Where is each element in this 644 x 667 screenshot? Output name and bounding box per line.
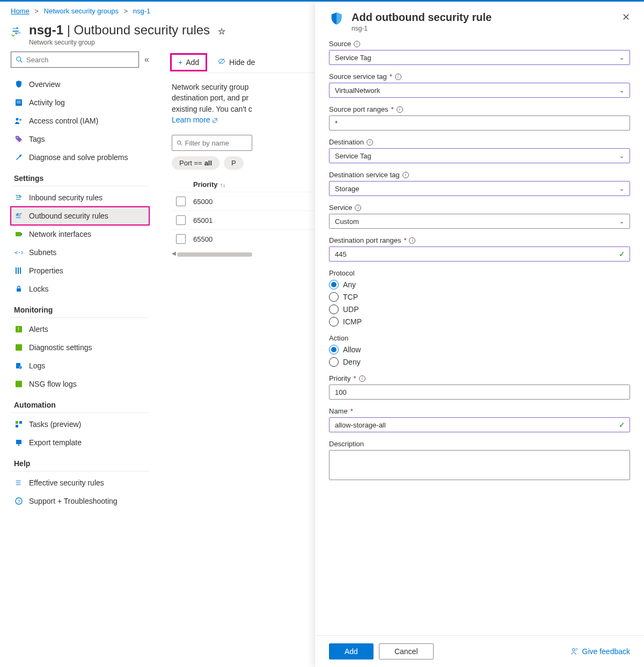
source-select[interactable]: Service Tag⌄ — [329, 50, 630, 65]
row-checkbox[interactable] — [176, 215, 186, 225]
info-icon[interactable]: i — [359, 375, 365, 382]
action-allow[interactable]: Allow — [329, 345, 630, 354]
svg-text:?: ? — [18, 499, 20, 504]
sidebar-search-input[interactable] — [26, 56, 134, 64]
nav-label: Outbound security rules — [29, 212, 108, 220]
properties-icon — [14, 266, 24, 276]
hide-button[interactable]: Hide de — [211, 54, 261, 70]
nav-diagnostic-settings[interactable]: Diagnostic settings — [11, 338, 149, 357]
horizontal-scrollbar[interactable] — [177, 252, 252, 257]
svg-point-19 — [19, 366, 22, 369]
source-service-tag-select[interactable]: VirtualNetwork⌄ — [329, 83, 630, 98]
nav-alerts[interactable]: !Alerts — [11, 320, 149, 338]
nav-subnets[interactable]: <·>Subnets — [11, 243, 149, 262]
nav-tags[interactable]: Tags — [11, 130, 149, 148]
dest-port-input[interactable]: 445✓ — [329, 247, 630, 262]
priority-input[interactable]: 100 — [329, 385, 630, 400]
nav-support[interactable]: ?Support + Troubleshooting — [11, 492, 149, 510]
filter-pill-more[interactable]: P — [224, 156, 244, 170]
nav-tasks[interactable]: Tasks (preview) — [11, 415, 149, 433]
close-button[interactable]: ✕ — [622, 11, 630, 23]
destination-label: Destinationi — [329, 138, 630, 146]
svg-rect-24 — [16, 440, 21, 444]
dest-service-tag-label: Destination service tagi — [329, 171, 630, 179]
radio-button[interactable] — [329, 357, 339, 367]
priority-label: Priority*i — [329, 374, 630, 382]
destination-select[interactable]: Service Tag⌄ — [329, 148, 630, 163]
nav-section-settings: Settings — [11, 166, 149, 186]
svg-rect-22 — [19, 421, 22, 424]
svg-rect-17 — [16, 344, 22, 351]
info-icon[interactable]: i — [409, 237, 415, 244]
info-icon[interactable]: i — [402, 172, 409, 178]
row-checkbox[interactable] — [176, 197, 186, 206]
nav-properties[interactable]: Properties — [11, 262, 149, 280]
info-icon[interactable]: i — [355, 205, 361, 211]
nav-logs[interactable]: Logs — [11, 357, 149, 375]
cell-priority: 65001 — [193, 216, 213, 224]
service-label: Servicei — [329, 204, 630, 212]
nav-section-monitoring: Monitoring — [11, 298, 149, 318]
nav-access-control[interactable]: Access control (IAM) — [11, 112, 149, 130]
protocol-icmp[interactable]: ICMP — [329, 317, 630, 327]
row-checkbox[interactable] — [176, 234, 186, 244]
info-icon[interactable]: i — [354, 41, 360, 47]
protocol-tcp[interactable]: TCP — [329, 292, 630, 302]
shield-icon — [329, 11, 344, 26]
radio-button[interactable] — [329, 305, 339, 314]
description-text: Network security group destination port,… — [172, 73, 258, 125]
filter-input[interactable] — [172, 135, 252, 151]
inbound-icon — [14, 193, 24, 202]
radio-button[interactable] — [329, 345, 339, 354]
svg-rect-23 — [16, 425, 18, 427]
breadcrumb-current[interactable]: nsg-1 — [133, 7, 151, 15]
give-feedback-link[interactable]: ? Give feedback — [570, 647, 631, 656]
protocol-udp[interactable]: UDP — [329, 305, 630, 314]
nav-effective-rules[interactable]: Effective security rules — [11, 474, 149, 492]
panel-title: Add outbound security rule — [352, 11, 492, 24]
info-icon[interactable]: i — [367, 139, 373, 146]
add-label: Add — [186, 58, 199, 67]
alert-icon: ! — [14, 324, 24, 334]
learn-more-link[interactable]: Learn more — [172, 115, 218, 124]
source-port-input[interactable]: * — [329, 115, 630, 130]
nav-outbound-rules[interactable]: Outbound security rules — [11, 207, 149, 225]
description-label: Description — [329, 440, 630, 448]
nav-label: Diagnostic settings — [29, 343, 92, 352]
action-deny[interactable]: Deny — [329, 357, 630, 367]
nav-label: Properties — [29, 266, 63, 275]
nav-inbound-rules[interactable]: Inbound security rules — [11, 189, 149, 207]
description-input[interactable] — [329, 450, 630, 480]
panel-cancel-button[interactable]: Cancel — [379, 643, 434, 659]
service-select[interactable]: Custom⌄ — [329, 214, 630, 229]
name-input[interactable]: allow-storage-all✓ — [329, 417, 630, 432]
radio-button[interactable] — [329, 280, 339, 289]
nav-label: NSG flow logs — [29, 380, 77, 388]
nav-locks[interactable]: Locks — [11, 280, 149, 298]
breadcrumb-groups[interactable]: Network security groups — [44, 7, 119, 15]
info-icon[interactable]: i — [395, 74, 401, 80]
panel-add-button[interactable]: Add — [329, 643, 374, 659]
svg-rect-20 — [16, 381, 22, 387]
nav-diagnose[interactable]: Diagnose and solve problems — [11, 148, 149, 166]
filter-pill-port[interactable]: Port ==all — [172, 156, 219, 170]
collapse-sidebar-button[interactable]: « — [144, 55, 149, 64]
add-button[interactable]: + Add — [172, 55, 206, 70]
nav-flow-logs[interactable]: NSG flow logs — [11, 375, 149, 393]
filter-field[interactable] — [185, 139, 247, 147]
breadcrumb-home[interactable]: Home — [11, 7, 30, 15]
sidebar-search[interactable] — [11, 52, 139, 68]
nav-label: Diagnose and solve problems — [29, 153, 128, 162]
info-icon[interactable]: i — [397, 106, 403, 113]
dest-service-tag-select[interactable]: Storage⌄ — [329, 181, 630, 196]
nav-export-template[interactable]: Export template — [11, 433, 149, 452]
nav-label: Effective security rules — [29, 479, 104, 487]
radio-button[interactable] — [329, 292, 339, 302]
page-title: nsg-1 | Outbound security rules ☆ — [29, 23, 225, 38]
nav-network-interfaces[interactable]: Network interfaces — [11, 225, 149, 243]
cell-priority: 65500 — [193, 235, 213, 243]
radio-button[interactable] — [329, 317, 339, 327]
protocol-any[interactable]: Any — [329, 280, 630, 289]
nav-activity-log[interactable]: Activity log — [11, 93, 149, 112]
nav-overview[interactable]: Overview — [11, 75, 149, 93]
